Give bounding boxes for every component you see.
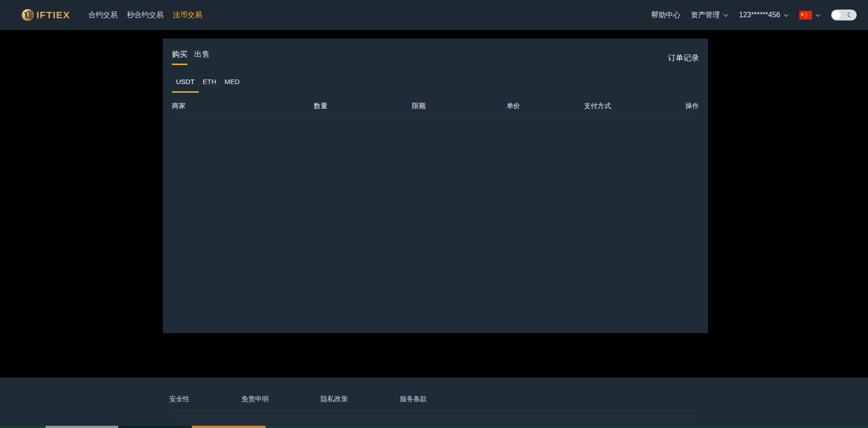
language-selector[interactable]: ★ ★ ★ ★ ★ xyxy=(799,11,821,20)
nav-item-contract-trading[interactable]: 合约交易 xyxy=(88,10,117,20)
moon-icon: ☾ xyxy=(847,10,853,20)
footer-link-security[interactable]: 安全性 xyxy=(169,395,190,403)
bottom-partial-element[interactable] xyxy=(192,426,266,428)
order-table-header: 商家 数量 限额 单价 支付方式 操作 xyxy=(172,93,699,118)
main-content: 购买 出售 订单记录 USDT ETH MED 商家 数量 限额 单价 支付方式… xyxy=(0,30,868,355)
top-navbar: IFTIEX 合约交易 秒合约交易 法币交易 帮助中心 资产管理 123****… xyxy=(0,0,868,30)
tab-sell[interactable]: 出售 xyxy=(194,49,210,65)
bottom-strip-segment xyxy=(0,426,45,428)
column-quantity: 数量 xyxy=(314,102,412,110)
help-center-link[interactable]: 帮助中心 xyxy=(651,10,680,20)
chevron-down-icon xyxy=(723,14,728,17)
account-menu[interactable]: 123******456 xyxy=(739,11,789,19)
column-payment-method: 支付方式 xyxy=(584,102,685,110)
svg-text:★: ★ xyxy=(805,16,807,18)
logo-coin-icon xyxy=(21,9,34,21)
toggle-knob xyxy=(832,10,841,20)
column-unit-price: 单价 xyxy=(507,102,584,110)
main-nav-links: 合约交易 秒合约交易 法币交易 xyxy=(88,10,202,20)
order-records-link[interactable]: 订单记录 xyxy=(668,49,699,63)
currency-tab-med[interactable]: MED xyxy=(221,78,244,93)
trade-tabs: 购买 出售 xyxy=(172,49,210,65)
footer-link-disclaimer[interactable]: 免责申明 xyxy=(241,395,269,403)
china-flag-icon: ★ ★ ★ ★ ★ xyxy=(799,11,812,20)
asset-management-label: 资产管理 xyxy=(691,10,720,20)
tab-buy[interactable]: 购买 xyxy=(172,49,187,65)
chevron-down-icon xyxy=(815,14,821,17)
bottom-strip-segment xyxy=(118,426,192,428)
nav-item-second-contract-trading[interactable]: 秒合约交易 xyxy=(127,10,163,20)
fiat-trading-panel: 购买 出售 订单记录 USDT ETH MED 商家 数量 限额 单价 支付方式… xyxy=(163,39,708,333)
scrollbar-thumb[interactable] xyxy=(45,426,118,428)
currency-tabs: USDT ETH MED xyxy=(172,78,699,93)
page-footer: 安全性 免责申明 隐私政策 服务条款 © 2018-2020 IFTIEX Al… xyxy=(0,378,868,428)
bottom-strip xyxy=(0,426,868,428)
footer-link-terms-of-service[interactable]: 服务条款 xyxy=(400,395,427,403)
order-table-body xyxy=(172,118,699,333)
column-merchant: 商家 xyxy=(172,102,314,110)
account-label: 123******456 xyxy=(739,11,780,19)
currency-tab-eth[interactable]: ETH xyxy=(199,78,221,93)
logo-text: IFTIEX xyxy=(36,10,70,20)
column-limit: 限额 xyxy=(412,102,507,110)
footer-links: 安全性 免责申明 隐私政策 服务条款 xyxy=(169,378,699,403)
bottom-strip-segment xyxy=(266,426,868,428)
currency-tab-usdt[interactable]: USDT xyxy=(172,78,199,93)
asset-management-menu[interactable]: 资产管理 xyxy=(691,10,728,20)
column-action: 操作 xyxy=(685,102,699,110)
logo[interactable]: IFTIEX xyxy=(21,9,70,21)
footer-link-privacy-policy[interactable]: 隐私政策 xyxy=(321,395,348,403)
theme-toggle[interactable]: ☾ xyxy=(831,10,857,20)
footer-divider xyxy=(169,416,699,416)
nav-item-fiat-trading[interactable]: 法币交易 xyxy=(173,10,202,20)
chevron-down-icon xyxy=(783,14,789,17)
svg-text:★: ★ xyxy=(800,11,804,16)
